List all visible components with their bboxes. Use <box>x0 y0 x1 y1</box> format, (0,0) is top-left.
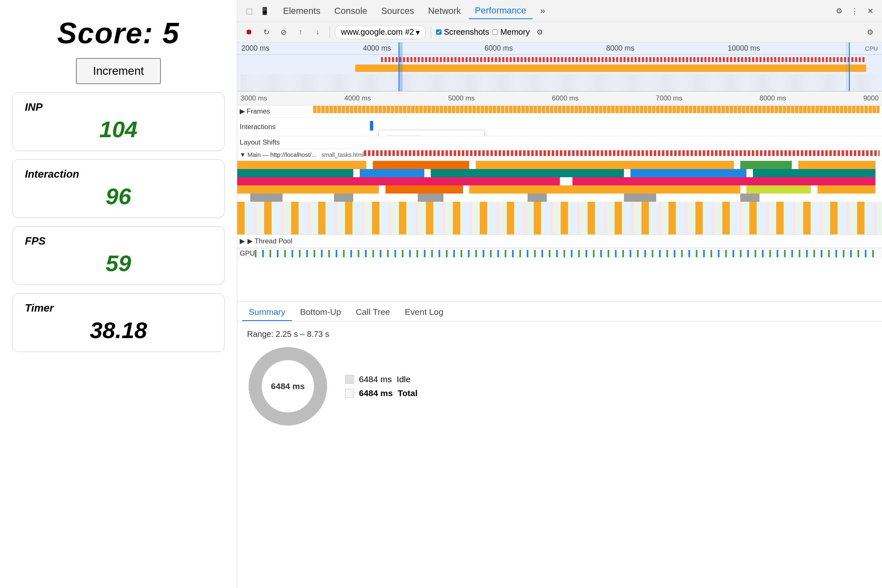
idle-ms: 6484 ms <box>359 374 392 384</box>
interactions-label: Interactions <box>240 123 313 131</box>
capture-settings-button[interactable]: ⚙ <box>533 25 547 39</box>
flame-block-p2 <box>572 177 875 185</box>
total-swatch <box>345 389 354 398</box>
flame-block-o1 <box>373 161 470 169</box>
flame-block-gr4 <box>528 194 547 202</box>
main-thread-area: ▼ Main — http://localhost/... small_task… <box>237 149 882 235</box>
ruler-5000: 5000 ms <box>448 94 474 102</box>
devtools-panel: ⬚ 📱 Elements Console Sources Network Per… <box>237 0 882 588</box>
url-text: www.google.com #2 <box>341 27 414 37</box>
more-options-icon-button[interactable]: ⋮ <box>848 4 862 18</box>
idle-text: Idle <box>397 374 411 384</box>
tab-bottom-up[interactable]: Bottom-Up <box>294 304 347 321</box>
flame-block-y5 <box>469 185 740 194</box>
reload-record-button[interactable]: ↻ <box>259 25 273 39</box>
layout-shifts-content <box>313 136 880 148</box>
orange-bar <box>355 65 866 72</box>
flame-block-y6 <box>817 185 875 194</box>
main-long-task-bar <box>364 150 880 156</box>
ruler-4000: 4000 ms <box>344 94 371 102</box>
frames-label: ▶ Frames <box>240 107 313 116</box>
devtools-topbar: ⬚ 📱 Elements Console Sources Network Per… <box>237 0 882 22</box>
memory-label: Memory <box>500 27 530 37</box>
fps-card: FPS 59 <box>12 226 225 285</box>
selection-left-handle[interactable] <box>399 42 403 91</box>
selection-right-handle[interactable] <box>846 42 850 91</box>
flame-block-y1 <box>237 161 366 169</box>
inspect-icon-button[interactable]: ⬚ <box>242 4 256 18</box>
frames-expand-icon[interactable]: ▶ <box>240 107 245 116</box>
screenshots-checkbox[interactable] <box>436 29 441 35</box>
overview-6000: 6000 ms <box>485 44 513 53</box>
flame-row-2 <box>237 169 882 177</box>
flame-block-g1 <box>740 161 792 169</box>
timer-label: Timer <box>25 302 212 314</box>
overview-4000: 4000 ms <box>363 44 391 53</box>
tab-sources[interactable]: Sources <box>374 3 421 19</box>
main-thread-file: small_tasks.html <box>321 151 363 158</box>
tab-more[interactable]: » <box>534 3 552 19</box>
toolbar-settings-button[interactable]: ⚙ <box>863 25 877 39</box>
donut-label: 6484 ms <box>271 381 305 391</box>
record-button[interactable]: ⏺ <box>242 25 256 39</box>
flame-block-gr5 <box>624 194 656 202</box>
long-task-indicator <box>241 56 879 64</box>
flame-block-t2 <box>431 169 624 177</box>
donut-chart: 6484 ms <box>247 345 329 427</box>
flame-block-gr1 <box>250 194 283 202</box>
flame-block-b1 <box>360 169 424 177</box>
thread-pool-expand-icon[interactable]: ▶ <box>240 237 245 245</box>
flame-block-gr3 <box>418 194 443 202</box>
thread-pool-row: ▶ ▶ Thread Pool <box>237 235 882 248</box>
tab-network[interactable]: Network <box>421 3 468 19</box>
screenshots-checkbox-label[interactable]: Screenshots <box>436 27 489 37</box>
frames-content <box>313 105 880 117</box>
tab-elements[interactable]: Elements <box>276 3 327 19</box>
overview-8000: 8000 ms <box>606 44 634 53</box>
ruler-3000: 3000 ms <box>241 94 267 102</box>
download-button[interactable]: ↓ <box>311 25 325 39</box>
clear-button[interactable]: ⊘ <box>276 25 290 39</box>
gpu-bar <box>255 250 880 257</box>
url-chip[interactable]: www.google.com #2 ▾ <box>335 25 426 39</box>
gpu-row: GPU <box>237 248 882 258</box>
tab-call-tree[interactable]: Call Tree <box>349 304 396 321</box>
close-icon-button[interactable]: ✕ <box>863 4 877 18</box>
summary-chart-area: 6484 ms 6484 ms Idle 6484 ms Total <box>247 345 872 427</box>
frames-track-row: ▶ Frames <box>237 105 882 118</box>
flame-row-4 <box>237 185 882 194</box>
tab-summary[interactable]: Summary <box>242 304 292 321</box>
overview-2000: 2000 ms <box>241 44 270 53</box>
separator <box>330 27 330 38</box>
timer-value: 38.18 <box>25 317 212 343</box>
flamegraph-area[interactable]: ▶ Frames Interactions 68.10 <box>237 105 882 301</box>
flame-block-t3 <box>753 169 875 177</box>
tab-performance[interactable]: Performance <box>468 3 533 19</box>
flame-row-6 <box>237 202 882 234</box>
ruler-8000: 8000 ms <box>760 94 786 102</box>
screenshots-label: Screenshots <box>444 27 489 37</box>
upload-button[interactable]: ↑ <box>294 25 307 39</box>
memory-checkbox-label[interactable]: Memory <box>492 27 530 37</box>
increment-button[interactable]: Increment <box>76 58 161 84</box>
inp-card: INP 104 <box>12 92 225 151</box>
ruler-7000: 7000 ms <box>656 94 682 102</box>
tooltip-type: Pointer <box>425 136 450 136</box>
cpu-label: CPU <box>853 45 878 52</box>
settings-icon-button[interactable]: ⚙ <box>832 4 846 18</box>
tab-console[interactable]: Console <box>328 3 374 19</box>
flame-block-o2 <box>385 185 463 194</box>
legend-idle: 6484 ms Idle <box>345 374 418 384</box>
flame-row-5 <box>237 194 882 202</box>
overview-10000: 10000 ms <box>728 44 760 53</box>
device-toolbar-button[interactable]: 📱 <box>258 4 272 18</box>
tab-event-log[interactable]: Event Log <box>398 304 450 321</box>
timeline-overview[interactable]: 2000 ms 4000 ms 6000 ms 8000 ms 10000 ms… <box>237 42 882 91</box>
interaction-pip[interactable] <box>370 121 373 131</box>
thread-pool-label: ▶ Thread Pool <box>247 237 292 245</box>
main-thread-label: ▼ Main — http://localhost/... <box>240 151 316 158</box>
flame-block-p1 <box>237 177 560 185</box>
memory-checkbox[interactable] <box>492 29 498 35</box>
frames-bar <box>313 105 880 114</box>
flame-block-y3 <box>798 161 875 169</box>
